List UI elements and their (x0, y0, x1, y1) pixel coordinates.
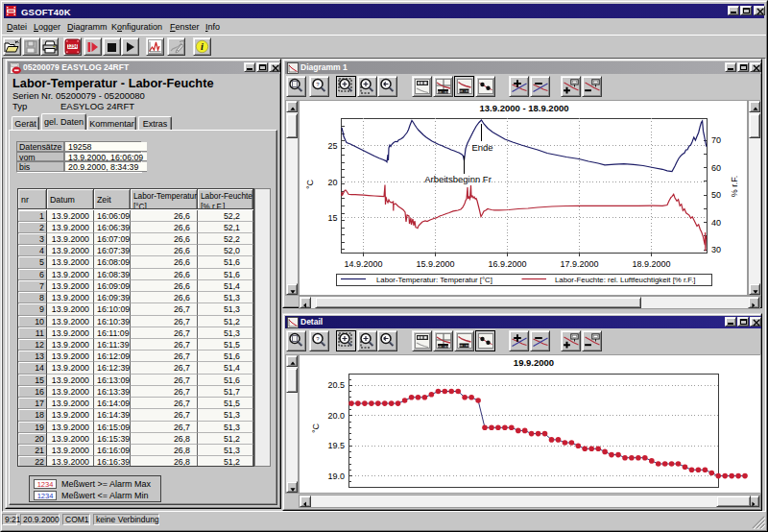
svg-text:25: 25 (327, 141, 337, 151)
svg-text:20.5: 20.5 (327, 380, 345, 390)
svg-text:°C: °C (305, 179, 315, 189)
svg-text:19.5: 19.5 (327, 441, 345, 450)
svg-text:30: 30 (711, 245, 721, 254)
svg-text:Labor-Temperatur: Temperatur [: Labor-Temperatur: Temperatur [°C] (376, 276, 492, 284)
svg-text:14.9.2000: 14.9.2000 (344, 259, 382, 269)
svg-text:17.9.2000: 17.9.2000 (560, 259, 598, 269)
svg-text:Ende: Ende (471, 142, 492, 153)
svg-text:18.9.2000: 18.9.2000 (632, 259, 670, 269)
svg-text:00:00: 00:00 (437, 344, 450, 349)
svg-text:1234: 1234 (67, 44, 78, 49)
svg-text:20.0: 20.0 (327, 411, 345, 421)
svg-text:70: 70 (711, 135, 721, 145)
svg-text:Arbeitsbeginn Fr: Arbeitsbeginn Fr (424, 174, 492, 184)
svg-text:15: 15 (327, 213, 337, 223)
svg-text:19.0: 19.0 (327, 472, 345, 481)
svg-text:60: 60 (711, 163, 721, 173)
svg-text:13.9.2000 - 18.9.2000: 13.9.2000 - 18.9.2000 (480, 103, 569, 113)
svg-text:00:00: 00:00 (458, 343, 471, 348)
svg-text:00:00: 00:00 (458, 88, 471, 93)
svg-text:15.9.2000: 15.9.2000 (416, 259, 454, 269)
svg-text:20: 20 (327, 178, 337, 187)
svg-text:19.9.2000: 19.9.2000 (514, 357, 554, 368)
svg-text:i: i (201, 41, 204, 52)
svg-text:°C: °C (311, 423, 321, 433)
svg-text:16.9.2000: 16.9.2000 (488, 259, 526, 269)
svg-text:% r.F.: % r.F. (730, 176, 739, 198)
svg-text:50: 50 (711, 190, 721, 200)
svg-text:40: 40 (711, 218, 721, 228)
svg-text:Labor-Feuchte: rel. Luftfeucht: Labor-Feuchte: rel. Luftfeuchtigkeit [% … (555, 276, 695, 284)
svg-text:00:00: 00:00 (437, 89, 450, 94)
